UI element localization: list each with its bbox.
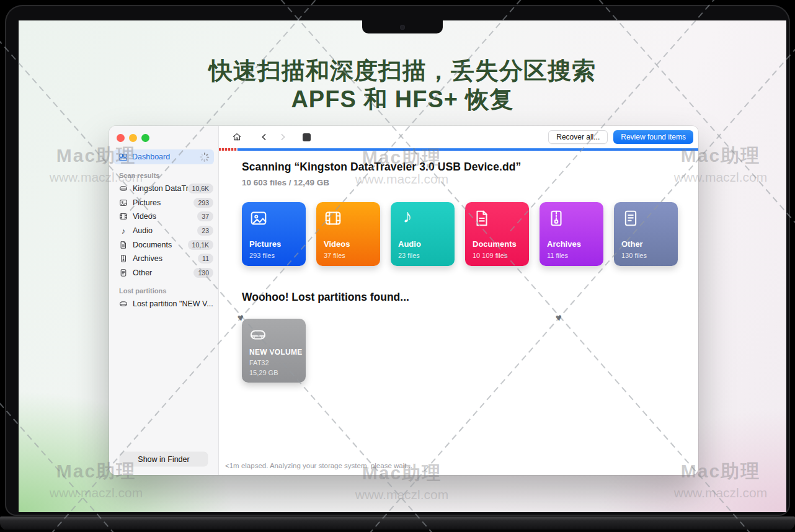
scanning-title: Scanning “Kingston DataTraveler 3.0 USB … xyxy=(242,161,698,174)
sidebar: Dashboard Scan results Kingston DataTra.… xyxy=(109,126,219,475)
sidebar-item-pictures[interactable]: Pictures 293 xyxy=(109,196,218,210)
show-in-finder-button[interactable]: Show in Finder xyxy=(120,452,208,466)
zoom-window-button[interactable] xyxy=(141,134,149,142)
card-label: Videos xyxy=(324,239,350,249)
audio-icon: ♪ xyxy=(398,207,417,226)
camera-icon xyxy=(400,25,405,30)
other-icon xyxy=(119,268,128,277)
card-label: Other xyxy=(621,239,643,249)
sidebar-item-videos[interactable]: Videos 37 xyxy=(109,210,218,224)
sidebar-item-label: Videos xyxy=(133,212,197,221)
card-label: Audio xyxy=(398,239,421,249)
card-documents[interactable]: Documents 10 109 files xyxy=(465,202,529,266)
disk-icon xyxy=(249,326,267,344)
pictures-icon xyxy=(119,198,128,207)
category-cards: Pictures 293 files Videos 37 files ♪ xyxy=(242,202,698,266)
sidebar-item-label: Other xyxy=(133,268,193,277)
sidebar-item-count: 10,6K xyxy=(188,184,213,193)
stop-scan-button[interactable] xyxy=(297,130,316,144)
notch xyxy=(362,20,443,33)
forward-button[interactable] xyxy=(273,130,292,144)
headline-line2: APFS 和 HFS+ 恢复 xyxy=(19,85,786,113)
dashboard-icon xyxy=(118,153,128,162)
card-audio[interactable]: ♪ Audio 23 files xyxy=(391,202,455,266)
audio-icon: ♪ xyxy=(119,227,128,235)
archives-icon xyxy=(547,209,566,228)
videos-icon xyxy=(324,209,342,228)
sidebar-item-count: 37 xyxy=(197,211,213,221)
documents-icon xyxy=(473,209,491,228)
sidebar-item-count: 10,1K xyxy=(188,240,213,250)
card-files: 293 files xyxy=(249,252,275,259)
scanning-subtitle: 10 603 files / 12,49 GB xyxy=(242,178,698,187)
sidebar-item-count: 11 xyxy=(198,254,213,264)
review-found-items-button[interactable]: Review found items xyxy=(613,130,693,144)
card-archives[interactable]: Archives 11 files xyxy=(540,202,603,266)
pictures-icon xyxy=(249,209,268,228)
card-videos[interactable]: Videos 37 files xyxy=(316,202,380,266)
minimize-window-button[interactable] xyxy=(129,134,137,142)
activity-spinner-icon xyxy=(200,153,209,162)
sidebar-item-label: Documents xyxy=(133,241,188,249)
sidebar-item-other[interactable]: Other 130 xyxy=(109,266,218,280)
sidebar-item-count: 130 xyxy=(193,268,213,278)
marketing-headline: 快速扫描和深度扫描，丢失分区搜索 APFS 和 HFS+ 恢复 xyxy=(19,56,786,113)
sidebar-item-label: Archives xyxy=(133,254,198,263)
sidebar-item-count: 23 xyxy=(197,226,213,236)
sidebar-item-dashboard[interactable]: Dashboard xyxy=(113,149,214,164)
videos-icon xyxy=(119,212,128,221)
volume-size: 15,29 GB xyxy=(249,369,278,376)
laptop-base-shadow xyxy=(0,530,795,532)
sidebar-item-label: Kingston DataTra... xyxy=(133,184,188,193)
sidebar-item-label: Lost partition "NEW V..." xyxy=(133,299,213,308)
laptop-screen: 快速扫描和深度扫描，丢失分区搜索 APFS 和 HFS+ 恢复 xyxy=(19,20,786,512)
card-pictures[interactable]: Pictures 293 files xyxy=(242,202,306,266)
sidebar-item-device[interactable]: Kingston DataTra... 10,6K xyxy=(109,182,218,196)
dashboard-label: Dashboard xyxy=(132,153,200,161)
back-button[interactable] xyxy=(255,130,273,144)
main-panel: Recover all... Review found items Scanni… xyxy=(219,126,698,475)
card-files: 37 files xyxy=(324,252,345,259)
headline-line1: 快速扫描和深度扫描，丢失分区搜索 xyxy=(19,56,786,85)
volume-filesystem: FAT32 xyxy=(249,359,269,366)
sidebar-item-lost-partition[interactable]: Lost partition "NEW V..." xyxy=(109,297,218,311)
stop-icon xyxy=(303,133,311,141)
sidebar-item-label: Pictures xyxy=(133,198,193,207)
card-label: Documents xyxy=(473,239,517,249)
card-other[interactable]: Other 130 files xyxy=(614,202,678,266)
status-bar: <1m elapsed. Analyzing your storage syst… xyxy=(219,456,698,475)
card-files: 130 files xyxy=(621,252,647,259)
sidebar-item-label: Audio xyxy=(133,226,197,235)
disk-icon xyxy=(119,184,128,193)
lost-partitions-heading: Woohoo! Lost partitions found... xyxy=(242,291,698,304)
card-files: 23 files xyxy=(398,252,420,259)
card-label: Archives xyxy=(547,239,581,249)
sidebar-spacer xyxy=(109,311,218,452)
laptop-base xyxy=(0,516,795,530)
other-icon xyxy=(621,209,640,228)
sidebar-item-audio[interactable]: ♪ Audio 23 xyxy=(109,224,218,238)
scan-results-header: Scan results xyxy=(109,164,218,182)
recover-all-button[interactable]: Recover all... xyxy=(548,130,608,144)
lost-partitions-header: Lost partitions xyxy=(109,280,218,297)
archives-icon xyxy=(119,254,128,263)
sidebar-item-archives[interactable]: Archives 11 xyxy=(109,252,218,266)
sidebar-item-documents[interactable]: Documents 10,1K xyxy=(109,237,218,252)
lost-volume-card[interactable]: NEW VOLUME FAT32 15,29 GB xyxy=(242,319,306,383)
sidebar-item-count: 293 xyxy=(193,198,213,208)
card-files: 10 109 files xyxy=(473,252,507,259)
card-files: 11 files xyxy=(547,252,568,259)
disk-icon xyxy=(119,299,128,308)
window-controls xyxy=(109,126,218,148)
documents-icon xyxy=(119,241,128,249)
home-button[interactable] xyxy=(228,130,246,144)
close-window-button[interactable] xyxy=(117,134,125,142)
card-label: Pictures xyxy=(249,239,281,249)
laptop-frame: 快速扫描和深度扫描，丢失分区搜索 APFS 和 HFS+ 恢复 xyxy=(5,5,790,516)
scan-content: Scanning “Kingston DataTraveler 3.0 USB … xyxy=(219,151,698,456)
app-window: Dashboard Scan results Kingston DataTra.… xyxy=(109,126,698,475)
toolbar: Recover all... Review found items xyxy=(219,126,698,148)
status-text: <1m elapsed. Analyzing your storage syst… xyxy=(225,462,412,469)
volume-name: NEW VOLUME xyxy=(249,348,303,357)
